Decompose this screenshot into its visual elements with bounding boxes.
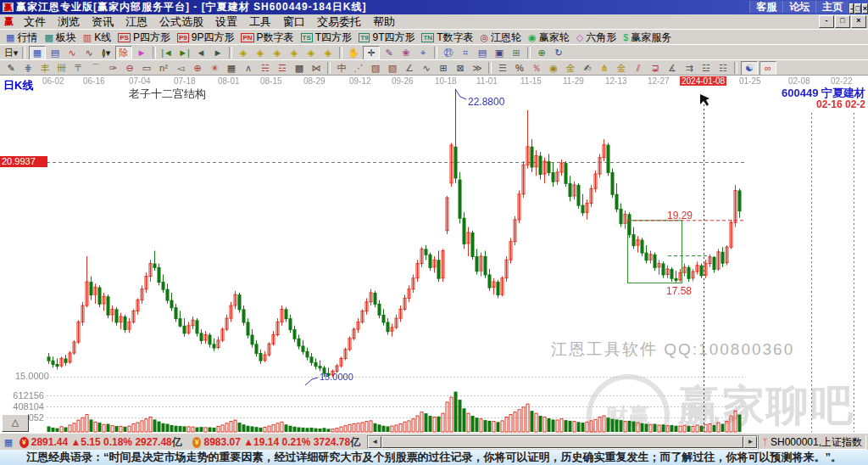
winner-wheel-button[interactable]: ◉赢家轮 — [525, 31, 573, 44]
menu-item-3[interactable]: 江恩 — [120, 15, 153, 28]
taiji-icon[interactable]: ☯ — [741, 61, 758, 76]
f-lines-icon[interactable]: ⋥ — [648, 62, 663, 75]
sector-button[interactable]: ▩板块 — [41, 31, 79, 44]
measure-icon[interactable]: ⋈ — [309, 62, 324, 75]
expand-pane-button[interactable]: △ — [2, 414, 29, 432]
gann-diamond-6-icon[interactable]: ◈ — [320, 47, 336, 59]
square-of-nine-icon[interactable]: n² — [156, 62, 171, 75]
speed-line-icon[interactable]: ∡ — [665, 62, 680, 75]
center-line-icon[interactable]: 中 — [334, 62, 349, 75]
menu-item-4[interactable]: 公式选股 — [153, 15, 209, 28]
restore-button[interactable]: □ — [835, 15, 850, 28]
target-tool-icon[interactable]: ⌖ — [415, 47, 431, 59]
menu-item-7[interactable]: 窗口 — [277, 15, 311, 28]
grid-box-icon[interactable]: ▦ — [224, 62, 239, 75]
kline-window-icon[interactable]: ▦ — [29, 46, 46, 60]
winner-service-button[interactable]: $赢家服务 — [620, 31, 675, 44]
market-grid-icon[interactable]: ▦ — [1, 436, 16, 449]
crosshair-icon[interactable]: ✛ — [363, 46, 380, 60]
parallel-lines-icon[interactable]: ⫽ — [631, 62, 646, 75]
ellipse-icon[interactable]: ⊖ — [122, 62, 137, 75]
sh-index-quote[interactable]: 2891.44 ▲5.15 0.18% 2927.48亿 — [31, 435, 182, 450]
percent-lines-icon[interactable]: ％ — [529, 62, 544, 75]
calculator-icon[interactable]: ⌗ — [458, 47, 473, 59]
rectangle-icon[interactable]: ▭ — [139, 62, 154, 75]
grid-plus-icon[interactable]: ⊞ — [436, 62, 451, 75]
hexagram-icon[interactable]: ☰ — [495, 62, 510, 75]
circle-cross-icon[interactable]: ⊕ — [190, 62, 205, 75]
restore-button[interactable]: □ — [854, 3, 860, 14]
horizontal-line-icon[interactable]: 〒 — [71, 62, 86, 75]
shaded-box-icon[interactable]: ▨ — [368, 62, 383, 75]
trigram2-icon[interactable]: ☷ — [715, 62, 731, 75]
t-square-button[interactable]: TST四方形 — [298, 31, 356, 44]
gann-diamond-3-icon[interactable]: ◈ — [270, 47, 285, 59]
minimize-button[interactable]: - — [849, 3, 854, 14]
download-data-icon[interactable]: ⊕ — [534, 47, 549, 59]
wave-icon[interactable]: ∿ — [419, 62, 434, 75]
triangle-icon[interactable]: ◅ — [173, 62, 188, 75]
next-page-icon[interactable]: ► — [210, 47, 225, 59]
calendar-icon[interactable]: ㉑ — [441, 47, 456, 59]
pitchfork-icon[interactable]: ⋔ — [597, 62, 612, 75]
overlay-chart-icon[interactable]: ∿ — [81, 47, 97, 59]
hexagon-button[interactable]: ◇六角形 — [573, 31, 620, 44]
brush-icon[interactable]: ✍ — [580, 62, 595, 75]
menu-item-2[interactable]: 资讯 — [86, 15, 120, 28]
multi-line-icon[interactable]: ≫ — [470, 62, 485, 75]
title-link-0[interactable]: 客服 — [749, 1, 782, 13]
close-button[interactable]: × — [862, 3, 868, 14]
horizontal-scrollbar[interactable]: ◄ ► — [367, 435, 758, 449]
prev-page-icon[interactable]: ◄ — [193, 47, 209, 59]
current-symbol-panel[interactable]: ᛉ SH000001,上证指数 — [758, 434, 866, 450]
title-link-2[interactable]: 主页 — [815, 1, 849, 13]
sz-index-quote[interactable]: 8983.07 ▲19.14 0.21% 3724.78亿 — [203, 435, 360, 450]
star-icon[interactable]: ✳ — [207, 62, 222, 75]
grid-cross-icon[interactable]: ⊠ — [453, 62, 468, 75]
time-grid-icon[interactable]: 卌 — [54, 62, 70, 75]
percent-icon[interactable]: % — [512, 62, 527, 75]
period-day-button[interactable]: 日▾ — [3, 47, 19, 59]
color-style-icon[interactable]: ► — [134, 47, 149, 59]
menu-item-6[interactable]: 工具 — [243, 15, 277, 28]
info-panel-icon[interactable]: ▤ — [47, 47, 63, 59]
last-page-icon[interactable]: ►| — [176, 47, 192, 59]
candlestick-chart[interactable] — [0, 76, 868, 435]
main-chart-icon[interactable]: ∿ — [64, 47, 80, 59]
golden-circle-icon[interactable]: ◉ — [546, 62, 561, 75]
price-cycle-icon[interactable]: ☲ — [275, 62, 290, 75]
pen-tool-icon[interactable]: ✎ — [381, 47, 397, 59]
chart-export-icon[interactable]: ⊞ — [509, 47, 524, 59]
minimize-button[interactable]: - — [819, 15, 834, 28]
pane-splitter[interactable] — [0, 433, 868, 435]
refresh-icon[interactable]: ↻ — [551, 47, 566, 59]
gann-diamond-2-icon[interactable]: ◈ — [253, 47, 268, 59]
dense-grid-icon[interactable]: ▩ — [292, 62, 307, 75]
drag-hand-icon[interactable]: ✋ — [346, 47, 361, 59]
ex-rights-icon[interactable]: 除 — [115, 46, 132, 60]
p-number-button[interactable]: PNP数字表 — [237, 31, 297, 44]
scrollbar-thumb[interactable] — [381, 436, 743, 448]
quote-button[interactable]: ▦行情 — [3, 31, 41, 44]
gann-diamond-5-icon[interactable]: ◈ — [303, 47, 319, 59]
price-grid-icon[interactable]: 丰 — [37, 62, 53, 75]
polyline-icon[interactable]: ✑ — [105, 62, 120, 75]
candle-style-button[interactable]: ≬▾ — [98, 47, 114, 59]
period-label[interactable]: 日K线 — [3, 78, 33, 93]
golden-section-icon[interactable]: 金 — [563, 62, 578, 75]
channel-icon[interactable]: ⇉ — [682, 62, 697, 75]
gold-box-icon[interactable]: 金 — [614, 62, 629, 75]
angle-line-icon[interactable]: ∠ — [402, 62, 417, 75]
p-square-button[interactable]: PSP四方形 — [114, 31, 174, 44]
t9-square-button[interactable]: T99T四方形 — [355, 31, 418, 44]
zigzag-icon[interactable]: ∧ — [241, 62, 256, 75]
infinity-icon[interactable]: ∞ — [760, 61, 776, 76]
scroll-right-icon[interactable]: ► — [743, 436, 757, 448]
arc-icon[interactable]: ⌒ — [88, 62, 103, 75]
kline-button[interactable]: ▥K线 — [80, 31, 114, 44]
p9-square-button[interactable]: P99P四方形 — [174, 31, 237, 44]
fan-lines-icon[interactable]: ⋰ — [351, 62, 366, 75]
time-cycle-icon[interactable]: ☵ — [258, 62, 273, 75]
t-number-button[interactable]: TNT数字表 — [418, 31, 476, 44]
trigram1-icon[interactable]: ☳ — [698, 62, 714, 75]
